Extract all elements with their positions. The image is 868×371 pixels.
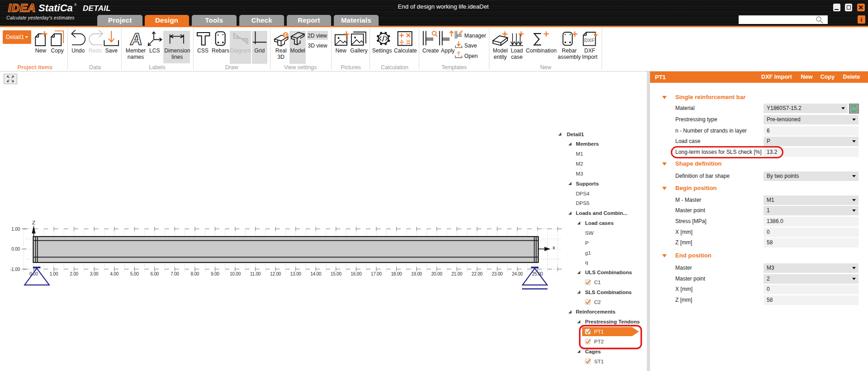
svg-text:4.00: 4.00 bbox=[110, 271, 119, 276]
svg-text:q: q bbox=[585, 259, 588, 265]
svg-text:PT1: PT1 bbox=[594, 328, 604, 334]
svg-text:13.00: 13.00 bbox=[290, 271, 302, 276]
svg-text:M1: M1 bbox=[576, 151, 583, 157]
svg-text:16.00: 16.00 bbox=[351, 271, 362, 276]
svg-text:12.00: 12.00 bbox=[270, 271, 281, 276]
svg-text:-1.00: -1.00 bbox=[10, 267, 20, 272]
svg-text:6.00: 6.00 bbox=[150, 271, 159, 276]
svg-text:1.00: 1.00 bbox=[11, 227, 20, 232]
svg-text:0.00: 0.00 bbox=[11, 247, 20, 252]
svg-text:M3: M3 bbox=[576, 171, 583, 176]
svg-text:P: P bbox=[585, 240, 589, 246]
svg-text:M2: M2 bbox=[576, 161, 583, 166]
svg-text:Prestressing Tendons: Prestressing Tendons bbox=[585, 319, 640, 324]
svg-text:x: x bbox=[553, 245, 555, 250]
svg-text:g1: g1 bbox=[585, 250, 591, 256]
svg-text:DPS4: DPS4 bbox=[576, 190, 590, 196]
svg-text:24.00: 24.00 bbox=[512, 271, 523, 276]
svg-text:23.00: 23.00 bbox=[492, 271, 503, 276]
svg-text:Loads and Combin...: Loads and Combin... bbox=[576, 210, 627, 216]
svg-text:DXF: DXF bbox=[584, 38, 595, 43]
svg-text:15.00: 15.00 bbox=[331, 271, 342, 276]
svg-text:9.00: 9.00 bbox=[211, 271, 219, 276]
svg-text:14.00: 14.00 bbox=[310, 271, 322, 276]
svg-text:11.00: 11.00 bbox=[250, 271, 261, 276]
svg-text:1.00: 1.00 bbox=[50, 271, 58, 276]
svg-text:Load cases: Load cases bbox=[585, 220, 614, 226]
svg-text:A: A bbox=[129, 29, 143, 48]
svg-text:Z: Z bbox=[32, 220, 35, 225]
svg-text:5.00: 5.00 bbox=[130, 271, 139, 276]
svg-text:21.00: 21.00 bbox=[451, 271, 463, 276]
svg-text:18.00: 18.00 bbox=[391, 271, 402, 276]
svg-text:C1: C1 bbox=[594, 279, 601, 285]
svg-text:PT2: PT2 bbox=[594, 338, 604, 344]
svg-text:10.00: 10.00 bbox=[230, 271, 241, 276]
svg-text:Reinforcements: Reinforcements bbox=[576, 309, 616, 314]
svg-text:SW: SW bbox=[585, 230, 594, 236]
svg-text:Detail1: Detail1 bbox=[567, 131, 584, 137]
svg-text:22.00: 22.00 bbox=[472, 271, 483, 276]
svg-text:C2: C2 bbox=[594, 299, 601, 305]
svg-text:SLS Combinations: SLS Combinations bbox=[585, 289, 632, 295]
svg-text:Members: Members bbox=[576, 141, 599, 147]
svg-text:19.00: 19.00 bbox=[411, 271, 422, 276]
svg-text:7.00: 7.00 bbox=[171, 271, 179, 276]
svg-text:2.00: 2.00 bbox=[70, 271, 78, 276]
svg-text:ULS Combinations: ULS Combinations bbox=[585, 269, 632, 275]
svg-text:3.00: 3.00 bbox=[90, 271, 99, 276]
svg-text:ST1: ST1 bbox=[594, 358, 604, 364]
svg-text:17.00: 17.00 bbox=[371, 271, 382, 276]
svg-text:Supports: Supports bbox=[576, 181, 599, 186]
svg-text:8.00: 8.00 bbox=[191, 271, 199, 276]
svg-text:DPS5: DPS5 bbox=[576, 200, 589, 206]
svg-text:20.00: 20.00 bbox=[431, 271, 442, 276]
